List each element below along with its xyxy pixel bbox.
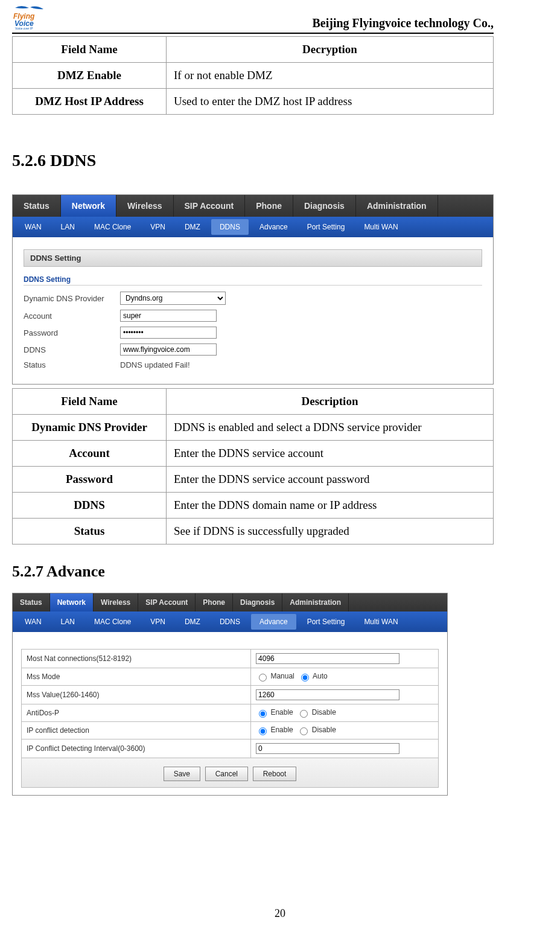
company-name: Beijing Flyingvoice technology Co., [312,16,494,33]
radio-label: Disable [312,708,336,717]
dmz-row-name: DMZ Host IP Address [13,89,167,115]
dmz-table-head-field: Field Name [13,37,167,63]
subtab-dmz[interactable]: DMZ [176,614,209,630]
ddns-doc-table: Field Name Description Dynamic DNS Provi… [12,388,494,544]
ipconflict-enable-radio[interactable] [259,727,267,735]
table-row-name: Status [13,519,167,544]
sub-tabs-2: WAN LAN MAC Clone VPN DMZ DDNS Advance P… [13,611,447,632]
ddns-section-label: DDNS Setting [24,275,482,286]
dmz-table-head-desc: Decryption [167,37,494,63]
provider-label: Dynamic DNS Provider [24,294,120,303]
subtab-vpn[interactable]: VPN [142,614,174,630]
tab-wireless[interactable]: Wireless [116,195,173,217]
subtab-wan[interactable]: WAN [16,219,50,235]
subtab-port-setting[interactable]: Port Setting [299,614,354,630]
subtab-port-setting[interactable]: Port Setting [299,219,354,235]
subtab-advance[interactable]: Advance [251,219,296,235]
save-button[interactable]: Save [164,767,200,781]
tab-administration[interactable]: Administration [356,195,438,217]
ip-conflict-interval-input[interactable] [256,743,399,754]
mss-mode-manual-radio[interactable] [259,674,267,682]
tab-sip-account[interactable]: SIP Account [174,195,246,217]
cancel-button[interactable]: Cancel [205,767,248,781]
radio-label: Disable [312,726,336,734]
status-value: DDNS updated Fail! [120,360,190,369]
adv-label: Mss Value(1260-1460) [22,686,251,704]
tab-diagnosis[interactable]: Diagnosis [233,593,282,611]
table-row-desc: DDNS is enabled and select a DDNS servic… [167,415,494,441]
subtab-lan[interactable]: LAN [52,614,83,630]
button-row: Save Cancel Reboot [21,758,439,788]
password-input[interactable] [120,327,217,339]
advance-screenshot-panel: Status Network Wireless SIP Account Phon… [12,593,448,796]
adv-label: Most Nat connections(512-8192) [22,650,251,668]
subtab-multi-wan[interactable]: Multi WAN [355,614,406,630]
account-input[interactable] [120,310,217,322]
dmz-row-desc: If or not enable DMZ [167,63,494,89]
tab-phone[interactable]: Phone [245,195,293,217]
adv-label: IP conflict detection [22,722,251,739]
section-ddns-heading: 5.2.6 DDNS [12,151,494,170]
reboot-button[interactable]: Reboot [253,767,297,781]
ipconflict-disable-radio[interactable] [300,727,308,735]
adv-label: Mss Mode [22,668,251,686]
subtab-vpn[interactable]: VPN [142,219,174,235]
page-number: 20 [0,907,560,920]
subtab-multi-wan[interactable]: Multi WAN [355,219,406,235]
sub-tabs: WAN LAN MAC Clone VPN DMZ DDNS Advance P… [13,217,493,237]
subtab-mac-clone[interactable]: MAC Clone [86,219,139,235]
dmz-table: Field Name Decryption DMZ Enable If or n… [12,36,494,115]
table-row-desc: Enter the DDNS service account password [167,467,494,493]
tab-network[interactable]: Network [61,195,116,217]
table-row-desc: Enter the DDNS service account [167,441,494,467]
ddns-label: DDNS [24,345,120,354]
subtab-wan[interactable]: WAN [16,614,50,630]
subtab-ddns[interactable]: DDNS [211,614,249,630]
subtab-dmz[interactable]: DMZ [176,219,209,235]
advance-settings-table: Most Nat connections(512-8192) Mss Mode … [21,649,439,758]
mss-value-input[interactable] [256,689,399,700]
dmz-row-name: DMZ Enable [13,63,167,89]
provider-select[interactable]: Dyndns.org [120,292,226,305]
tab-status[interactable]: Status [13,195,61,217]
section-advance-heading: 5.2.7 Advance [12,563,494,581]
ddns-input[interactable] [120,343,217,356]
ddns-doc-head-field: Field Name [13,389,167,415]
subtab-mac-clone[interactable]: MAC Clone [86,614,139,630]
table-row-name: DDNS [13,493,167,519]
top-tabs-2: Status Network Wireless SIP Account Phon… [13,593,447,611]
ddns-screenshot-panel: Status Network Wireless SIP Account Phon… [12,194,494,385]
tab-sip-account[interactable]: SIP Account [138,593,196,611]
tab-wireless[interactable]: Wireless [94,593,138,611]
tab-diagnosis[interactable]: Diagnosis [293,195,356,217]
tab-phone[interactable]: Phone [196,593,233,611]
subtab-ddns[interactable]: DDNS [211,219,249,235]
password-label: Password [24,328,120,337]
ddns-doc-head-desc: Description [167,389,494,415]
logo: Flying Voice Voice over IP [12,3,48,33]
tab-status[interactable]: Status [13,593,50,611]
table-row-name: Password [13,467,167,493]
radio-label: Auto [313,672,328,680]
status-label: Status [24,360,120,369]
top-tabs: Status Network Wireless SIP Account Phon… [13,195,493,217]
radio-label: Manual [270,672,294,680]
adv-label: IP Conflict Detecting Interval(0-3600) [22,739,251,758]
table-row-desc: See if DDNS is successfully upgraded [167,519,494,544]
mss-mode-auto-radio[interactable] [301,674,309,682]
account-label: Account [24,311,120,321]
subtab-lan[interactable]: LAN [52,219,83,235]
antidos-disable-radio[interactable] [300,710,308,718]
tab-administration[interactable]: Administration [282,593,349,611]
radio-label: Enable [270,708,293,717]
radio-label: Enable [270,726,293,734]
adv-label: AntiDos-P [22,704,251,722]
table-row-desc: Enter the DDNS domain name or IP address [167,493,494,519]
tab-network[interactable]: Network [50,593,94,611]
antidos-enable-radio[interactable] [259,710,267,718]
most-nat-input[interactable] [256,653,399,664]
subtab-advance[interactable]: Advance [251,614,296,630]
table-row-name: Dynamic DNS Provider [13,415,167,441]
table-row-name: Account [13,441,167,467]
ddns-panel-title: DDNS Setting [24,249,482,267]
